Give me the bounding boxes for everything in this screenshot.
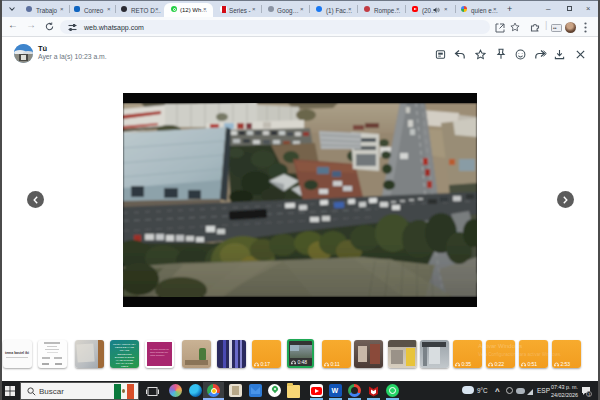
svg-text:••: •• bbox=[553, 25, 557, 31]
